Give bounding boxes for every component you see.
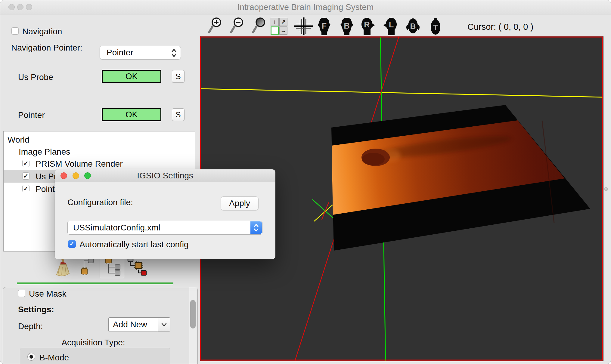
- depth-combobox[interactable]: Add New: [108, 317, 170, 332]
- svg-text:F: F: [322, 21, 327, 30]
- apply-button[interactable]: Apply: [221, 196, 259, 210]
- chevron-up-icon: [254, 224, 259, 227]
- bmode-radio[interactable]: [27, 353, 35, 361]
- use-mask-label: Use Mask: [29, 289, 66, 299]
- pointer-label: Pointer: [18, 110, 45, 120]
- pointer-status: OK: [102, 108, 161, 121]
- app-window: Intraoperative Brain Imaging System ↑ ↗: [0, 0, 611, 364]
- radio-dot: [29, 355, 33, 359]
- crosshair-icon[interactable]: [293, 17, 313, 36]
- head-bottom-icon[interactable]: B: [406, 17, 420, 36]
- zoom-fit-icon[interactable]: [252, 17, 266, 35]
- settings-heading: Settings:: [18, 305, 54, 314]
- zoom-out-icon[interactable]: [230, 17, 244, 35]
- svg-text:R: R: [364, 20, 370, 29]
- tree-item-pointer[interactable]: Point: [36, 184, 55, 194]
- head-right-icon[interactable]: R: [360, 17, 375, 36]
- window-title: Intraoperative Brain Imaging System: [0, 0, 611, 14]
- dialog-title: IGSIO Settings: [55, 169, 275, 182]
- config-file-value: USSimulatorConfig.xml: [73, 223, 160, 233]
- device-tree-icon[interactable]: [79, 258, 97, 278]
- cursor-readout: Cursor: ( 0, 0, 0 ): [467, 22, 533, 32]
- acquisition-type-label: Acquisition Type:: [15, 338, 172, 347]
- clean-broom-icon[interactable]: [53, 256, 72, 278]
- progress-bar: [17, 282, 173, 284]
- navigation-pointer-select[interactable]: Pointer: [100, 46, 181, 60]
- chevron-down-icon: [254, 228, 259, 232]
- head-left-icon[interactable]: L: [383, 17, 398, 36]
- crater-shadow: [362, 153, 385, 165]
- dialog-titlebar: IGSIO Settings: [55, 169, 275, 182]
- subpanel-scrollbar[interactable]: [189, 287, 197, 364]
- tree-item-world[interactable]: World: [8, 135, 29, 145]
- head-top-icon[interactable]: T: [429, 17, 442, 36]
- config-file-combobox[interactable]: USSimulatorConfig.xml: [67, 221, 262, 235]
- tree-item-image-planes[interactable]: Image Planes: [19, 147, 70, 157]
- combobox-stepper[interactable]: [250, 221, 262, 234]
- pointer-s-button[interactable]: S: [172, 108, 185, 121]
- us-probe-status: OK: [102, 70, 161, 83]
- autostart-label: Automatically start last config: [79, 240, 189, 249]
- tree-checkbox-us-probe[interactable]: ✓: [22, 172, 29, 180]
- navigation-checkbox[interactable]: [11, 27, 19, 35]
- scrollbar-thumb[interactable]: [190, 300, 196, 329]
- depth-label: Depth:: [18, 322, 43, 331]
- head-back-icon[interactable]: B: [340, 17, 354, 36]
- pan-selected-cell: [271, 26, 279, 35]
- chevron-up-down-icon: [172, 48, 176, 57]
- pan-right-cell: →: [279, 26, 287, 35]
- configuration-file-label: Configuration file:: [67, 198, 133, 207]
- bmode-label: B-Mode: [39, 353, 69, 362]
- us-probe-label: Us Probe: [18, 72, 53, 82]
- dialog-body: Configuration file: Apply USSimulatorCon…: [55, 182, 275, 259]
- pan-up-right-cell: ↗: [279, 18, 287, 26]
- tree-item-us-probe[interactable]: Us Pr: [36, 172, 57, 181]
- screen: Intraoperative Brain Imaging System ↑ ↗: [0, 0, 611, 364]
- svg-text:L: L: [389, 20, 394, 29]
- depth-value: Add New: [113, 320, 147, 329]
- use-mask-checkbox[interactable]: [18, 290, 25, 297]
- svg-text:B: B: [344, 21, 350, 30]
- depth-dropdown-button[interactable]: [158, 318, 170, 332]
- tree-checkbox-pointer[interactable]: ✓: [22, 185, 29, 192]
- navigation-pointer-label: Navigation Pointer:: [11, 43, 82, 53]
- navigation-label: Navigation: [22, 27, 62, 36]
- igsio-settings-dialog: IGSIO Settings Configuration file: Apply…: [55, 169, 275, 259]
- splitter-handle-dot[interactable]: [604, 187, 608, 191]
- head-front-icon[interactable]: F: [317, 17, 331, 36]
- window-titlebar: Intraoperative Brain Imaging System: [0, 0, 611, 14]
- svg-text:B: B: [410, 22, 416, 31]
- tree-item-prism[interactable]: PRISM Volume Render: [36, 159, 123, 169]
- zoom-in-icon[interactable]: [208, 17, 222, 35]
- us-probe-s-button[interactable]: S: [172, 70, 185, 83]
- tree-checkbox-prism[interactable]: ✓: [22, 160, 29, 167]
- pan-view-icon[interactable]: ↑ ↗ →: [271, 18, 287, 35]
- svg-text:T: T: [433, 23, 438, 32]
- device-tree-record-icon[interactable]: [127, 257, 148, 278]
- autostart-checkbox[interactable]: ✓: [68, 240, 76, 248]
- chevron-down-icon: [161, 323, 167, 326]
- navigation-pointer-value: Pointer: [107, 48, 133, 57]
- pan-up-cell: ↑: [271, 18, 279, 26]
